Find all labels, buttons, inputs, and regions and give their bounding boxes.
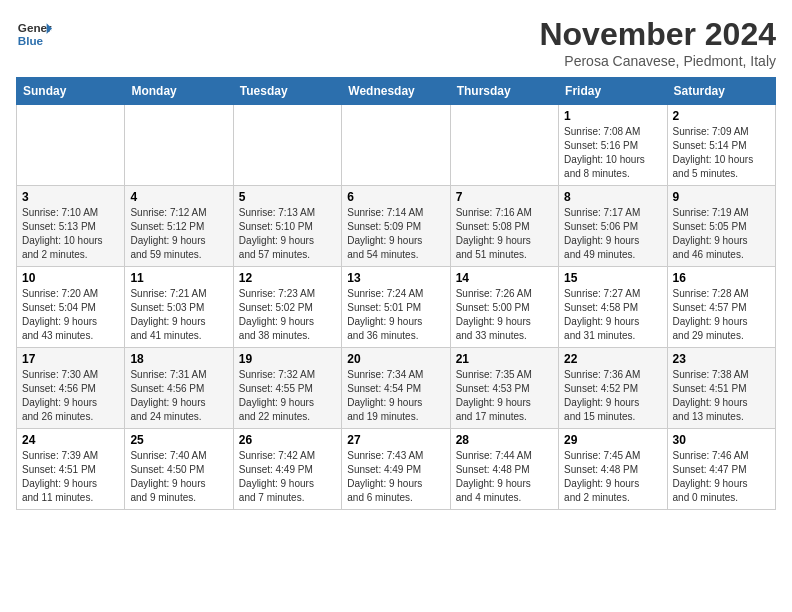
day-info: Sunrise: 7:27 AM Sunset: 4:58 PM Dayligh… [564,287,661,343]
day-number: 20 [347,352,444,366]
day-number: 12 [239,271,336,285]
weekday-header-saturday: Saturday [667,78,775,105]
day-number: 11 [130,271,227,285]
day-info: Sunrise: 7:10 AM Sunset: 5:13 PM Dayligh… [22,206,119,262]
day-number: 3 [22,190,119,204]
day-number: 27 [347,433,444,447]
calendar-cell: 11Sunrise: 7:21 AM Sunset: 5:03 PM Dayli… [125,267,233,348]
weekday-header-tuesday: Tuesday [233,78,341,105]
day-info: Sunrise: 7:42 AM Sunset: 4:49 PM Dayligh… [239,449,336,505]
calendar-cell: 20Sunrise: 7:34 AM Sunset: 4:54 PM Dayli… [342,348,450,429]
calendar-cell: 17Sunrise: 7:30 AM Sunset: 4:56 PM Dayli… [17,348,125,429]
day-info: Sunrise: 7:36 AM Sunset: 4:52 PM Dayligh… [564,368,661,424]
day-number: 28 [456,433,553,447]
calendar-cell: 22Sunrise: 7:36 AM Sunset: 4:52 PM Dayli… [559,348,667,429]
day-number: 6 [347,190,444,204]
day-info: Sunrise: 7:24 AM Sunset: 5:01 PM Dayligh… [347,287,444,343]
day-number: 23 [673,352,770,366]
day-number: 19 [239,352,336,366]
week-row-3: 10Sunrise: 7:20 AM Sunset: 5:04 PM Dayli… [17,267,776,348]
day-info: Sunrise: 7:12 AM Sunset: 5:12 PM Dayligh… [130,206,227,262]
day-number: 7 [456,190,553,204]
day-number: 15 [564,271,661,285]
day-number: 17 [22,352,119,366]
day-number: 10 [22,271,119,285]
day-info: Sunrise: 7:13 AM Sunset: 5:10 PM Dayligh… [239,206,336,262]
logo: General Blue [16,16,52,52]
day-number: 8 [564,190,661,204]
day-number: 26 [239,433,336,447]
week-row-2: 3Sunrise: 7:10 AM Sunset: 5:13 PM Daylig… [17,186,776,267]
weekday-header-sunday: Sunday [17,78,125,105]
day-info: Sunrise: 7:17 AM Sunset: 5:06 PM Dayligh… [564,206,661,262]
calendar-cell: 9Sunrise: 7:19 AM Sunset: 5:05 PM Daylig… [667,186,775,267]
day-number: 5 [239,190,336,204]
day-info: Sunrise: 7:28 AM Sunset: 4:57 PM Dayligh… [673,287,770,343]
calendar-cell: 19Sunrise: 7:32 AM Sunset: 4:55 PM Dayli… [233,348,341,429]
day-number: 22 [564,352,661,366]
calendar-cell: 24Sunrise: 7:39 AM Sunset: 4:51 PM Dayli… [17,429,125,510]
day-info: Sunrise: 7:16 AM Sunset: 5:08 PM Dayligh… [456,206,553,262]
calendar-cell: 6Sunrise: 7:14 AM Sunset: 5:09 PM Daylig… [342,186,450,267]
day-number: 29 [564,433,661,447]
day-info: Sunrise: 7:32 AM Sunset: 4:55 PM Dayligh… [239,368,336,424]
calendar-cell: 29Sunrise: 7:45 AM Sunset: 4:48 PM Dayli… [559,429,667,510]
header: General Blue November 2024 Perosa Canave… [16,16,776,69]
day-number: 21 [456,352,553,366]
day-info: Sunrise: 7:44 AM Sunset: 4:48 PM Dayligh… [456,449,553,505]
day-number: 16 [673,271,770,285]
calendar-cell: 15Sunrise: 7:27 AM Sunset: 4:58 PM Dayli… [559,267,667,348]
day-info: Sunrise: 7:30 AM Sunset: 4:56 PM Dayligh… [22,368,119,424]
day-info: Sunrise: 7:14 AM Sunset: 5:09 PM Dayligh… [347,206,444,262]
day-number: 13 [347,271,444,285]
day-info: Sunrise: 7:40 AM Sunset: 4:50 PM Dayligh… [130,449,227,505]
week-row-1: 1Sunrise: 7:08 AM Sunset: 5:16 PM Daylig… [17,105,776,186]
calendar-cell: 27Sunrise: 7:43 AM Sunset: 4:49 PM Dayli… [342,429,450,510]
calendar-cell: 2Sunrise: 7:09 AM Sunset: 5:14 PM Daylig… [667,105,775,186]
calendar-cell: 1Sunrise: 7:08 AM Sunset: 5:16 PM Daylig… [559,105,667,186]
day-info: Sunrise: 7:34 AM Sunset: 4:54 PM Dayligh… [347,368,444,424]
day-info: Sunrise: 7:31 AM Sunset: 4:56 PM Dayligh… [130,368,227,424]
svg-text:Blue: Blue [18,34,44,47]
calendar-cell: 30Sunrise: 7:46 AM Sunset: 4:47 PM Dayli… [667,429,775,510]
calendar-cell [233,105,341,186]
day-info: Sunrise: 7:39 AM Sunset: 4:51 PM Dayligh… [22,449,119,505]
day-info: Sunrise: 7:45 AM Sunset: 4:48 PM Dayligh… [564,449,661,505]
week-row-4: 17Sunrise: 7:30 AM Sunset: 4:56 PM Dayli… [17,348,776,429]
calendar-cell: 4Sunrise: 7:12 AM Sunset: 5:12 PM Daylig… [125,186,233,267]
calendar-table: SundayMondayTuesdayWednesdayThursdayFrid… [16,77,776,510]
calendar-cell: 12Sunrise: 7:23 AM Sunset: 5:02 PM Dayli… [233,267,341,348]
calendar-cell: 3Sunrise: 7:10 AM Sunset: 5:13 PM Daylig… [17,186,125,267]
calendar-cell: 25Sunrise: 7:40 AM Sunset: 4:50 PM Dayli… [125,429,233,510]
day-number: 24 [22,433,119,447]
weekday-header-thursday: Thursday [450,78,558,105]
calendar-cell: 8Sunrise: 7:17 AM Sunset: 5:06 PM Daylig… [559,186,667,267]
day-number: 18 [130,352,227,366]
calendar-cell: 18Sunrise: 7:31 AM Sunset: 4:56 PM Dayli… [125,348,233,429]
calendar-cell: 7Sunrise: 7:16 AM Sunset: 5:08 PM Daylig… [450,186,558,267]
day-info: Sunrise: 7:38 AM Sunset: 4:51 PM Dayligh… [673,368,770,424]
day-number: 4 [130,190,227,204]
day-info: Sunrise: 7:08 AM Sunset: 5:16 PM Dayligh… [564,125,661,181]
day-number: 9 [673,190,770,204]
title-area: November 2024 Perosa Canavese, Piedmont,… [539,16,776,69]
location-subtitle: Perosa Canavese, Piedmont, Italy [539,53,776,69]
day-info: Sunrise: 7:09 AM Sunset: 5:14 PM Dayligh… [673,125,770,181]
weekday-header-friday: Friday [559,78,667,105]
calendar-cell [450,105,558,186]
weekday-header-monday: Monday [125,78,233,105]
day-info: Sunrise: 7:35 AM Sunset: 4:53 PM Dayligh… [456,368,553,424]
day-number: 1 [564,109,661,123]
day-number: 2 [673,109,770,123]
day-info: Sunrise: 7:46 AM Sunset: 4:47 PM Dayligh… [673,449,770,505]
day-number: 25 [130,433,227,447]
logo-icon: General Blue [16,16,52,52]
calendar-cell: 5Sunrise: 7:13 AM Sunset: 5:10 PM Daylig… [233,186,341,267]
calendar-cell: 26Sunrise: 7:42 AM Sunset: 4:49 PM Dayli… [233,429,341,510]
day-info: Sunrise: 7:21 AM Sunset: 5:03 PM Dayligh… [130,287,227,343]
calendar-cell: 16Sunrise: 7:28 AM Sunset: 4:57 PM Dayli… [667,267,775,348]
calendar-cell [17,105,125,186]
calendar-cell: 10Sunrise: 7:20 AM Sunset: 5:04 PM Dayli… [17,267,125,348]
day-info: Sunrise: 7:19 AM Sunset: 5:05 PM Dayligh… [673,206,770,262]
calendar-cell: 23Sunrise: 7:38 AM Sunset: 4:51 PM Dayli… [667,348,775,429]
